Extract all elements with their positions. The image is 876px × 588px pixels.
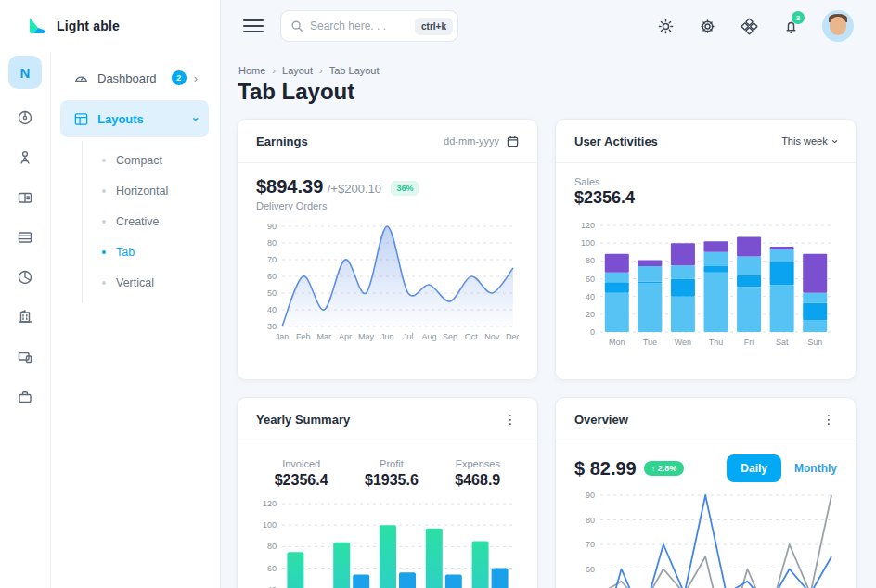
svg-text:Jan: Jan <box>276 332 290 341</box>
submenu-item-label: Vertical <box>116 276 154 289</box>
stat-label: Expenses <box>455 458 500 469</box>
overview-card-header: Overview ⋮ <box>556 398 856 441</box>
svg-text:Nov: Nov <box>484 332 500 341</box>
kebab-menu-icon[interactable]: ⋮ <box>820 412 837 427</box>
sales-value: $2356.4 <box>574 188 837 208</box>
svg-text:80: 80 <box>267 542 277 551</box>
calendar-icon <box>507 135 519 147</box>
chevron-down-icon: › <box>829 139 841 143</box>
yearly-stats-row: Invoiced $2356.4 Profit $1935.6 Expenses… <box>256 454 519 489</box>
earnings-percent-badge: 36% <box>391 181 419 196</box>
search-icon <box>290 19 303 32</box>
main-area: ctrl+k 3 <box>221 0 876 588</box>
svg-text:100: 100 <box>263 520 277 530</box>
cards-grid: Earnings dd-mm-yyyy $894.39 /+$200.10 36… <box>237 119 854 588</box>
daily-button[interactable]: Daily <box>727 454 781 482</box>
svg-text:Tue: Tue <box>643 338 657 347</box>
range-label: This week <box>781 135 828 147</box>
avatar-graphic <box>830 17 846 35</box>
submenu-item-label: Creative <box>116 215 160 228</box>
week-range-select[interactable]: This week › <box>781 135 837 147</box>
submenu-item-label: Tab <box>116 246 135 259</box>
svg-text:Jul: Jul <box>403 332 414 341</box>
svg-text:Thu: Thu <box>709 338 724 347</box>
search-input[interactable] <box>310 19 408 32</box>
user-icon[interactable] <box>13 146 37 170</box>
bell-icon[interactable]: 3 <box>780 16 801 36</box>
sidebar-item-layouts[interactable]: Layouts › <box>60 100 209 137</box>
svg-text:40: 40 <box>267 305 277 314</box>
submenu-item-creative[interactable]: Creative <box>83 206 220 236</box>
table-rows-icon[interactable] <box>13 225 37 249</box>
search-box[interactable]: ctrl+k <box>280 10 458 42</box>
notification-badge: 3 <box>792 11 805 24</box>
disc-icon[interactable] <box>13 106 37 130</box>
widgets-icon[interactable] <box>739 16 759 36</box>
submenu-item-horizontal[interactable]: Horizontal <box>83 175 220 206</box>
svg-text:Sat: Sat <box>776 338 789 347</box>
svg-text:Fri: Fri <box>744 338 754 347</box>
navbar-actions: 3 <box>655 10 854 42</box>
stat-invoiced: Invoiced $2356.4 <box>275 458 328 489</box>
pie-chart-icon[interactable] <box>13 265 37 289</box>
user-activities-bar-chart: 020406080100120MonTueWenThuFriSatSun <box>574 220 837 351</box>
submenu-item-tab[interactable]: Tab <box>83 236 220 267</box>
overview-amount: $ 82.99 <box>574 458 637 479</box>
monthly-button[interactable]: Monthly <box>794 462 837 475</box>
building-icon[interactable] <box>13 305 37 329</box>
gauge-icon <box>73 70 97 86</box>
devices-icon[interactable] <box>13 345 37 369</box>
svg-text:60: 60 <box>586 565 595 574</box>
submenu-item-vertical[interactable]: Vertical <box>83 267 220 298</box>
brand-logo-icon <box>26 15 48 37</box>
svg-text:80: 80 <box>586 516 595 525</box>
earnings-amount: $894.39 <box>256 176 323 197</box>
svg-text:Sep: Sep <box>443 332 457 341</box>
card-title: Overview <box>574 413 628 427</box>
svg-text:70: 70 <box>267 255 277 264</box>
stat-value: $468.9 <box>455 472 500 489</box>
briefcase-icon[interactable] <box>13 385 37 409</box>
overview-line-chart: 30405060708090 <box>574 490 837 588</box>
bullet-icon <box>102 189 106 193</box>
breadcrumb-home[interactable]: Home <box>238 65 265 76</box>
brand-logo[interactable]: Light able <box>0 0 220 52</box>
sidebar-item-dashboard[interactable]: Dashboard 2 › <box>60 59 209 96</box>
stat-value: $2356.4 <box>275 472 328 489</box>
bullet-icon <box>102 250 106 254</box>
overview-card: Overview ⋮ $ 82.99 ↑ 2.8% Daily Monthly <box>555 397 857 588</box>
menu-toggle-icon[interactable] <box>243 16 264 36</box>
svg-text:120: 120 <box>263 499 277 508</box>
user-avatar[interactable] <box>822 10 854 42</box>
user-activities-card-body: Sales $2356.4 020406080100120MonTueWenTh… <box>556 163 856 351</box>
overview-value-row: $ 82.99 ↑ 2.8% Daily Monthly <box>574 454 837 482</box>
kebab-menu-icon[interactable]: ⋮ <box>502 412 519 427</box>
svg-text:80: 80 <box>267 238 277 248</box>
date-input[interactable]: dd-mm-yyyy <box>444 135 519 147</box>
card-title: Yearly Summary <box>256 413 350 427</box>
stat-label: Profit <box>365 458 419 469</box>
period-toggle: Daily Monthly <box>727 454 837 482</box>
svg-text:Aug: Aug <box>421 332 436 341</box>
svg-text:May: May <box>358 332 375 341</box>
yearly-summary-card-header: Yearly Summary ⋮ <box>238 398 537 441</box>
svg-text:40: 40 <box>586 292 595 301</box>
id-card-icon[interactable] <box>13 185 37 210</box>
svg-text:20: 20 <box>586 310 595 319</box>
bullet-icon <box>102 281 106 285</box>
submenu-item-compact[interactable]: Compact <box>83 145 220 175</box>
earnings-card-header: Earnings dd-mm-yyyy <box>238 120 537 163</box>
breadcrumb-separator: › <box>319 65 323 76</box>
overview-growth-badge: ↑ 2.8% <box>644 461 685 476</box>
sun-icon[interactable] <box>655 16 676 36</box>
icon-rail: N <box>0 52 51 588</box>
earnings-area-chart: 30405060708090JanFebMarAprMayJunJulAugSe… <box>256 221 519 345</box>
gear-icon[interactable] <box>697 16 717 36</box>
svg-text:30: 30 <box>267 322 277 331</box>
sidebar-menu: Dashboard 2 › Layouts › Compact <box>51 52 220 588</box>
breadcrumb-separator: › <box>272 65 276 76</box>
rail-active-tile[interactable]: N <box>8 56 42 89</box>
dashboard-badge: 2 <box>172 70 187 85</box>
breadcrumb-layout[interactable]: Layout <box>282 65 313 76</box>
user-activities-card: User Activities This week › Sales $2356.… <box>555 119 857 380</box>
